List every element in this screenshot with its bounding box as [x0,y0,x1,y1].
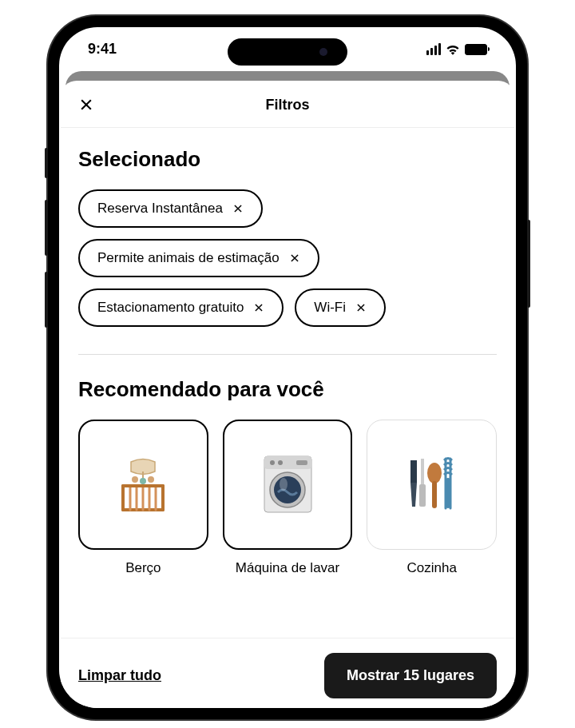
svg-point-30 [280,478,288,491]
phone-button-power [527,220,530,308]
sheet-footer: Limpar tudo Mostrar 15 lugares [61,638,514,708]
remove-chip-icon[interactable] [232,203,244,214]
close-icon[interactable] [78,97,94,113]
divider [78,354,497,355]
filters-sheet: Filtros Selecionado Reserva Instantânea … [61,81,514,708]
svg-rect-27 [296,460,307,465]
svg-marker-32 [410,483,417,507]
recommended-item-washer[interactable]: Máquina de lavar [223,420,353,577]
recommended-tile [223,420,353,550]
svg-point-35 [427,463,442,483]
filter-chip-free-parking[interactable]: Estacionamento gratuito [78,288,284,327]
svg-point-20 [132,476,138,483]
status-indicators [426,43,487,55]
recommended-label: Máquina de lavar [236,559,339,577]
phone-button-volume-down [45,272,48,328]
recommended-tile [78,420,208,550]
remove-chip-icon[interactable] [253,302,264,313]
signal-icon [426,43,441,55]
camera-icon [319,48,327,56]
chip-label: Wi-Fi [314,300,346,316]
svg-point-25 [270,460,275,465]
svg-rect-36 [432,481,437,508]
remove-chip-icon[interactable] [355,302,367,313]
sheet-content: Selecionado Reserva Instantânea Permite … [61,128,514,638]
phone-button-volume-up [45,200,48,256]
status-time: 9:41 [88,41,117,58]
recommended-tile [367,420,497,550]
recommended-label: Cozinha [406,559,456,577]
phone-frame: 9:41 Filtros Selecionado [48,16,527,719]
svg-point-29 [274,476,301,503]
recommended-item-kitchen[interactable]: Cozinha [367,420,497,577]
svg-point-21 [140,478,146,484]
filter-chip-pets-allowed[interactable]: Permite animais de estimação [78,239,319,277]
washer-icon [258,452,318,516]
wifi-icon [446,44,460,55]
recommended-section-title: Recomendado para você [78,377,497,402]
remove-chip-icon[interactable] [289,253,300,264]
dynamic-island [228,38,347,66]
svg-point-26 [278,460,283,465]
clear-all-button[interactable]: Limpar tudo [78,667,161,684]
battery-icon [465,44,487,55]
svg-point-22 [148,476,154,483]
sheet-header: Filtros [61,81,514,128]
crib-icon [111,452,175,516]
sheet-title: Filtros [265,97,309,113]
svg-rect-33 [421,459,424,484]
svg-rect-31 [410,460,417,483]
svg-rect-39 [446,478,450,508]
selected-chips: Reserva Instantânea Permite animais de e… [78,189,497,327]
chip-label: Permite animais de estimação [97,250,280,266]
recommended-item-crib[interactable]: Berço [78,420,208,577]
show-results-button[interactable]: Mostrar 15 lugares [324,653,497,698]
recommended-label: Berço [125,559,161,577]
selected-section-title: Selecionado [78,147,497,172]
chip-label: Estacionamento gratuito [97,300,244,316]
phone-screen: 9:41 Filtros Selecionado [59,27,516,708]
phone-button-silent [45,148,48,178]
chip-label: Reserva Instantânea [97,201,223,217]
filter-chip-instant-book[interactable]: Reserva Instantânea [78,189,263,228]
kitchen-icon [404,452,460,516]
filter-chip-wifi[interactable]: Wi-Fi [295,288,386,327]
recommended-grid: Berço [78,420,497,577]
svg-rect-34 [419,484,426,507]
